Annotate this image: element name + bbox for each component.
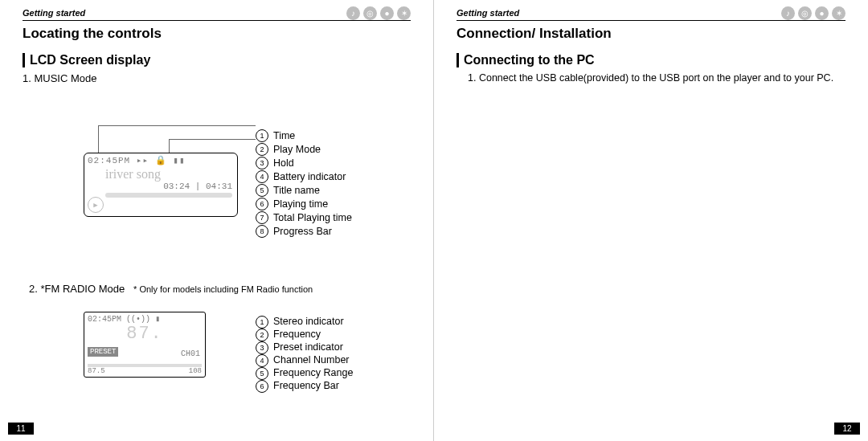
step1-text: 1. Connect the USB cable(provided) to th… [468,72,845,85]
play-icon: ▶ [88,197,104,213]
gear-icon: ✶ [397,6,411,20]
manual-page-left: Getting started ♪ ◎ ● ✶ Locating the con… [0,0,434,441]
disc-icon: ◎ [798,6,812,20]
fm-lcd: 02:45PM ((•)) ▮ 87. PRESET CH01 87.5108 [84,312,206,378]
header-rule [23,20,411,21]
page-title: Connection/ Installation [457,26,845,42]
page-title: Locating the controls [23,26,411,42]
dot-icon: ● [380,6,394,20]
header-icons: ♪ ◎ ● ✶ [781,6,845,20]
lcd-clock: 02:45PM [88,156,130,165]
disc-icon: ◎ [363,6,377,20]
music-icon: ♪ [781,6,795,20]
section-heading: LCD Screen display [23,53,411,67]
mode2-note: * Only for models including FM Radio fun… [133,284,313,294]
manual-page-right: Getting started ♪ ◎ ● ✶ Connection/ Inst… [434,0,868,441]
music-callouts: 1Time 2Play Mode 3Hold 4Battery indicato… [256,129,352,238]
mode2-heading: 2. *FM RADIO Mode [29,283,125,295]
lcd-progress-bar [105,193,232,198]
page-number-left: 11 [8,423,34,435]
header-icons: ♪ ◎ ● ✶ [346,6,411,20]
section-heading: Connecting to the PC [457,53,845,67]
gear-icon: ✶ [832,6,845,20]
music-icon: ♪ [346,6,360,20]
mode1-heading: 1. MUSIC Mode [23,72,411,84]
page-number-right: 12 [834,423,860,435]
header-rule [457,20,845,21]
dot-icon: ● [815,6,829,20]
fm-callouts: 1Stereo indicator 2Frequency 3Preset ind… [256,316,353,393]
music-lcd: 02:45PM ▸▸ 🔒 ▮▮ iriver song 03:24 | 04:3… [84,153,238,217]
lcd-title: iriver song [84,167,237,182]
